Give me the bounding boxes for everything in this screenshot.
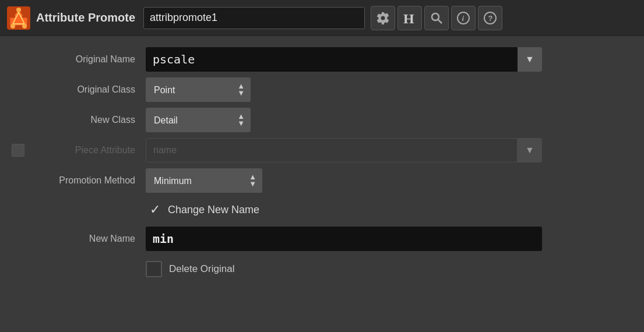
change-new-name-label[interactable]: Change New Name xyxy=(168,204,259,216)
piece-attribute-input-wrapper: ▼ xyxy=(146,138,542,163)
promotion-method-row: Promotion Method Minimum Maximum Average… xyxy=(0,165,644,196)
app-title: Attribute Promote xyxy=(36,11,135,24)
promotion-method-control: Minimum Maximum Average Median Mode Sum … xyxy=(146,168,632,193)
change-new-name-checkmark[interactable]: ✓ xyxy=(146,200,164,219)
promotion-method-select[interactable]: Minimum Maximum Average Median Mode Sum xyxy=(146,168,262,193)
svg-text:i: i xyxy=(462,14,464,23)
piece-attribute-control: ▼ xyxy=(146,138,632,163)
original-class-row: Original Class Point Vertex Primitive De… xyxy=(0,75,644,105)
new-class-label: New Class xyxy=(12,115,146,125)
original-class-control: Point Vertex Primitive Detail ▲ ▼ xyxy=(146,77,632,102)
promotion-method-select-wrapper: Minimum Maximum Average Median Mode Sum … xyxy=(146,168,262,193)
original-name-input[interactable] xyxy=(146,47,518,72)
new-name-input[interactable] xyxy=(146,227,542,251)
piece-attribute-input[interactable] xyxy=(146,138,518,163)
original-class-select[interactable]: Point Vertex Primitive Detail xyxy=(146,77,251,102)
gear-button[interactable] xyxy=(371,6,395,30)
svg-line-10 xyxy=(438,20,442,23)
piece-attribute-checkbox[interactable] xyxy=(12,144,24,157)
help-button[interactable]: ? xyxy=(478,6,502,30)
new-class-select[interactable]: Point Vertex Primitive Detail xyxy=(146,108,251,132)
search-button[interactable] xyxy=(424,6,449,30)
svg-point-2 xyxy=(10,24,15,29)
delete-original-label: Delete Original xyxy=(169,263,234,275)
new-name-label: New Name xyxy=(12,234,146,244)
new-class-select-wrapper: Point Vertex Primitive Detail ▲ ▼ xyxy=(146,108,251,132)
info-button[interactable]: i xyxy=(451,6,476,30)
svg-point-4 xyxy=(22,24,27,29)
original-class-select-wrapper: Point Vertex Primitive Detail ▲ ▼ xyxy=(146,77,251,102)
original-name-control: ▼ xyxy=(146,47,632,72)
new-class-control: Point Vertex Primitive Detail ▲ ▼ xyxy=(146,108,632,132)
new-name-row: New Name xyxy=(0,224,644,254)
svg-point-9 xyxy=(432,13,439,20)
original-name-label: Original Name xyxy=(12,54,146,65)
new-class-row: New Class Point Vertex Primitive Detail … xyxy=(0,105,644,135)
original-name-wrapper: ▼ xyxy=(146,47,542,72)
svg-text:?: ? xyxy=(488,14,493,23)
piece-attribute-label: Piece Attribute xyxy=(31,145,146,156)
houdini-button[interactable]: H xyxy=(397,6,422,30)
promotion-method-label: Promotion Method xyxy=(12,175,146,186)
piece-attribute-dropdown-button[interactable]: ▼ xyxy=(518,138,542,163)
piece-attribute-row: Piece Attribute ▼ xyxy=(0,135,644,165)
original-name-dropdown-button[interactable]: ▼ xyxy=(518,47,542,72)
title-buttons: H i ? xyxy=(371,6,502,30)
delete-original-row: Delete Original xyxy=(0,254,644,282)
app-icon xyxy=(6,5,31,31)
new-name-control xyxy=(146,227,632,251)
change-new-name-row: ✓ Change New Name xyxy=(0,196,644,224)
title-bar: Attribute Promote H i xyxy=(0,0,644,36)
delete-original-checkbox[interactable] xyxy=(146,261,162,277)
original-name-row: Original Name ▼ xyxy=(0,44,644,75)
svg-text:H: H xyxy=(403,11,414,26)
original-class-label: Original Class xyxy=(12,84,146,95)
node-name-input[interactable] xyxy=(143,7,365,29)
svg-point-3 xyxy=(16,8,21,12)
form-content: Original Name ▼ Original Class Point Ver… xyxy=(0,36,644,290)
